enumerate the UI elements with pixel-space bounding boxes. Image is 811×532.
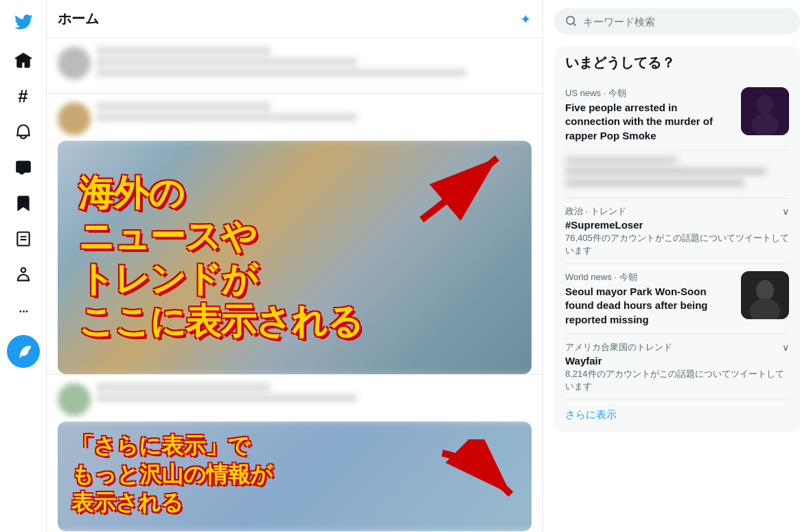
blur-line	[565, 167, 766, 175]
tweet-2-meta	[96, 102, 532, 135]
right-sidebar: いまどうしてる？ US news · 今朝 Five people arrest…	[543, 0, 811, 532]
trend-item-supremeloser[interactable]: 政治 · トレンド ∨ #SupremeLoser 76,405件のアカウントが…	[565, 198, 789, 264]
tweet-3: 「さらに表示」で もっと沢山の情報が 表示される	[47, 375, 542, 532]
seoul-thumbnail	[741, 271, 789, 319]
compose-tweet-button[interactable]	[7, 335, 40, 368]
messages-nav-button[interactable]	[7, 151, 40, 184]
news-headline: Five people arrested in connection with …	[565, 101, 733, 143]
arrow-down-right-annotation	[435, 439, 525, 511]
trend-wayfair-category: アメリカ合衆国のトレンド	[565, 341, 672, 354]
tweet-1-meta	[96, 47, 532, 80]
blur-line	[96, 58, 357, 66]
feed-title: ホーム	[58, 10, 99, 28]
trend-header: 政治 · トレンド ∨	[565, 205, 789, 218]
tweet-3-header	[58, 383, 532, 416]
news-item-content: US news · 今朝 Five people arrested in con…	[565, 87, 733, 143]
blurred-news-content	[565, 157, 789, 191]
news-headline-seoul: Seoul mayor Park Won-Soon found dead hou…	[565, 285, 733, 327]
tweet-1-avatar	[58, 47, 91, 80]
news-item-pop-smoke[interactable]: US news · 今朝 Five people arrested in con…	[565, 80, 789, 150]
tweet-2-avatar	[58, 102, 91, 135]
news-item-seoul[interactable]: World news · 今朝 Seoul mayor Park Won-Soo…	[565, 264, 789, 334]
trend-item-wayfair[interactable]: アメリカ合衆国のトレンド ∨ Wayfair 8,214件のアカウントがこの話題…	[565, 334, 789, 400]
bottom-annotation-text: 「さらに表示」で もっと沢山の情報が 表示される	[71, 432, 273, 518]
show-more-link[interactable]: さらに表示	[565, 400, 789, 424]
svg-rect-5	[741, 87, 789, 135]
tweet-1	[47, 38, 542, 94]
blur-line	[565, 157, 677, 163]
blur-line	[96, 69, 466, 77]
news-category-seoul: World news · 今朝	[565, 271, 733, 284]
trend-wayfair-count: 8,214件のアカウントがこの話題についてツイートしています	[565, 368, 789, 393]
bottom-annotation: 「さらに表示」で もっと沢山の情報が 表示される	[71, 432, 273, 518]
trends-section: いまどうしてる？ US news · 今朝 Five people arrest…	[554, 45, 800, 432]
explore-nav-button[interactable]: #	[7, 80, 40, 113]
lists-nav-button[interactable]	[7, 222, 40, 255]
blur-line	[96, 383, 271, 391]
news-item-blurred[interactable]	[565, 150, 789, 198]
blur-line	[96, 113, 357, 122]
chevron-down-icon-2[interactable]: ∨	[782, 342, 789, 353]
svg-rect-9	[741, 271, 789, 319]
trend-category: 政治 · トレンド	[565, 205, 626, 218]
home-nav-button[interactable]	[7, 44, 40, 77]
tweet-3-meta	[96, 383, 532, 416]
notifications-nav-button[interactable]	[7, 115, 40, 148]
tweet-2-image: 海外の ニュースや トレンドが ここに表示される	[58, 141, 532, 374]
tweet-3-image: 「さらに表示」で もっと沢山の情報が 表示される	[58, 421, 532, 531]
chevron-down-icon[interactable]: ∨	[782, 206, 789, 217]
trends-title: いまどうしてる？	[565, 54, 789, 72]
tweet-2-image-blur	[58, 141, 532, 374]
news-thumb-seoul	[741, 271, 789, 319]
tweet-2-header	[58, 102, 532, 135]
tweet-1-header	[58, 47, 532, 80]
feed-header: ホーム ✦	[47, 0, 542, 38]
trend-wayfair-name: Wayfair	[565, 355, 789, 367]
blur-line	[96, 47, 271, 55]
tweet-3-avatar	[58, 383, 91, 416]
blur-line	[96, 394, 357, 402]
pop-smoke-thumbnail	[741, 87, 789, 135]
blur-line	[565, 179, 744, 187]
trend-count: 76,405件のアカウントがこの話題についてツイートしています	[565, 232, 789, 257]
left-sidebar: # ···	[0, 0, 47, 532]
tweet-2: 海外の ニュースや トレンドが ここに表示される	[47, 94, 542, 375]
blur-line	[96, 102, 271, 111]
profile-nav-button[interactable]	[7, 258, 40, 291]
twitter-logo-button[interactable]	[7, 5, 40, 38]
news-category: US news · 今朝	[565, 87, 733, 100]
trend-wayfair-header: アメリカ合衆国のトレンド ∨	[565, 341, 789, 354]
search-box[interactable]	[554, 8, 800, 34]
trend-name: #SupremeLoser	[565, 219, 789, 231]
search-input[interactable]	[583, 16, 789, 27]
more-nav-button[interactable]: ···	[7, 294, 40, 327]
search-icon	[565, 15, 578, 27]
news-thumb-pop-smoke	[741, 87, 789, 135]
main-feed: ホーム ✦ 海外の ニュースや トレンドが ここに表示される	[47, 0, 543, 532]
sparkle-icon[interactable]: ✦	[520, 11, 532, 27]
news-item-seoul-content: World news · 今朝 Seoul mayor Park Won-Soo…	[565, 271, 733, 327]
bookmarks-nav-button[interactable]	[7, 187, 40, 220]
